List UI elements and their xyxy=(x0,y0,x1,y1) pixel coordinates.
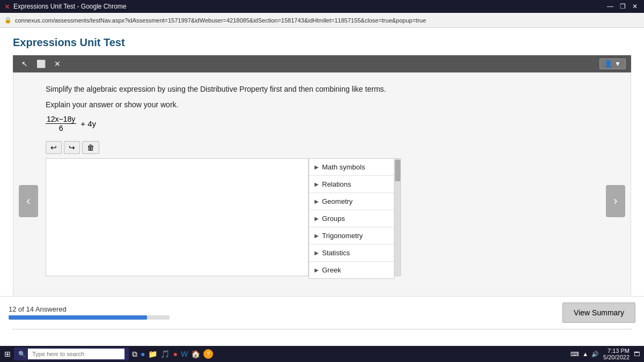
minimize-btn[interactable]: — xyxy=(605,3,616,10)
user-dropdown-icon: ▼ xyxy=(614,60,621,68)
symbol-panel-math[interactable]: ▶ Math symbols xyxy=(309,159,394,176)
answered-text: 12 of 14 Answered xyxy=(9,305,170,313)
statistics-arrow: ▶ xyxy=(314,250,319,256)
trig-arrow: ▶ xyxy=(314,233,319,239)
network-icon[interactable]: ▲ xyxy=(582,351,588,357)
answer-input[interactable] xyxy=(46,158,309,276)
taskbar-left: ⊞ 🔍 ⧉ ● 📁 🎵 ● W 🏠 ? xyxy=(4,348,213,360)
notification-icon[interactable]: 🗔 xyxy=(634,351,640,357)
symbol-panel-groups[interactable]: ▶ Groups xyxy=(309,210,394,227)
symbol-panel-relations[interactable]: ▶ Relations xyxy=(309,176,394,193)
title-bar-controls[interactable]: — ❐ ✕ xyxy=(605,3,640,10)
main-container: Expressions Unit Test ↖ ⬜ ✕ 👤 ▼ ‹ › Simp… xyxy=(0,28,644,344)
page-content: Expressions Unit Test ↖ ⬜ ✕ 👤 ▼ ‹ › Simp… xyxy=(0,28,644,330)
scrollbar-thumb[interactable] xyxy=(395,160,400,181)
footer-left: 12 of 14 Answered xyxy=(9,305,170,320)
symbol-panel-statistics[interactable]: ▶ Statistics xyxy=(309,245,394,262)
denominator: 6 xyxy=(58,124,64,132)
statistics-label: Statistics xyxy=(322,249,350,257)
question-wrapper: ‹ › Simplify the algebraic expression by… xyxy=(13,72,631,330)
maximize-btn[interactable]: ❐ xyxy=(618,3,628,10)
chrome-taskbar-icon[interactable]: ● xyxy=(141,350,145,358)
relations-label: Relations xyxy=(322,180,351,188)
search-input[interactable] xyxy=(28,349,125,359)
keyboard-icon[interactable]: ⌨ xyxy=(570,351,579,358)
relations-arrow: ▶ xyxy=(314,181,319,187)
title-bar: ✕ Expressions Unit Test - Google Chrome … xyxy=(0,0,644,13)
footer: 12 of 14 Answered View Summary xyxy=(0,296,644,328)
app3-icon[interactable]: ● xyxy=(173,350,177,358)
url-text[interactable]: connexus.com/assessments/testNav.aspx?id… xyxy=(15,17,426,24)
fraction: 12x−18y 6 xyxy=(46,115,76,132)
time-display: 7:13 PM xyxy=(603,348,630,354)
taskbar-right: ⌨ ▲ 🔊 7:13 PM 5/20/2022 🗔 xyxy=(570,348,640,360)
delete-btn[interactable]: 🗑 xyxy=(82,141,99,154)
question-line2: Explain your answer or show your work. xyxy=(46,99,598,110)
taskview-icon[interactable]: ⧉ xyxy=(132,350,137,359)
symbol-panel-geometry[interactable]: ▶ Geometry xyxy=(309,193,394,210)
chrome-x-icon: ✕ xyxy=(4,3,10,11)
date-display: 5/20/2022 xyxy=(603,354,630,360)
progress-bar xyxy=(9,315,147,320)
help-icon[interactable]: ? xyxy=(203,349,213,359)
user-icon: 👤 xyxy=(604,60,612,68)
symbol-panel: ▶ Math symbols ▶ Relations ▶ Geometry ▶ … xyxy=(309,158,394,279)
progress-bar-container xyxy=(9,315,170,320)
media-icon[interactable]: 🎵 xyxy=(160,350,170,358)
symbol-panel-trig[interactable]: ▶ Trigonometry xyxy=(309,227,394,245)
start-icon[interactable]: ⊞ xyxy=(4,350,11,358)
redo-btn[interactable]: ↪ xyxy=(64,141,80,154)
system-icons: ⌨ ▲ 🔊 xyxy=(570,351,599,358)
volume-icon[interactable]: 🔊 xyxy=(591,351,599,358)
title-bar-left: ✕ Expressions Unit Test - Google Chrome xyxy=(4,3,127,11)
scrollbar-track[interactable] xyxy=(394,158,401,276)
time-block: 7:13 PM 5/20/2022 xyxy=(603,348,630,360)
page-title: Expressions Unit Test xyxy=(13,36,631,49)
word-icon[interactable]: W xyxy=(181,350,188,358)
groups-label: Groups xyxy=(322,215,345,223)
greek-label: Greek xyxy=(322,266,341,274)
cursor-btn[interactable]: ↖ xyxy=(18,58,31,69)
address-bar: 🔒 connexus.com/assessments/testNav.aspx?… xyxy=(0,13,644,28)
search-icon: 🔍 xyxy=(18,351,26,358)
nav-arrow-right[interactable]: › xyxy=(606,185,625,217)
question-line1: Simplify the algebraic expression by usi… xyxy=(46,84,598,95)
edit-toolbar: ↩ ↪ 🗑 xyxy=(46,141,598,154)
math-symbols-arrow: ▶ xyxy=(314,164,319,170)
search-area[interactable]: 🔍 xyxy=(14,348,129,360)
undo-btn[interactable]: ↩ xyxy=(46,141,62,154)
lock-icon: 🔒 xyxy=(4,17,12,24)
close-btn[interactable]: ✕ xyxy=(630,3,640,10)
geometry-arrow: ▶ xyxy=(314,198,319,204)
view-summary-btn[interactable]: View Summary xyxy=(562,302,635,323)
answer-container: ▶ Math symbols ▶ Relations ▶ Geometry ▶ … xyxy=(46,158,598,279)
groups-arrow: ▶ xyxy=(314,216,319,221)
symbol-panel-greek[interactable]: ▶ Greek xyxy=(309,262,394,278)
geometry-label: Geometry xyxy=(322,197,353,205)
greek-arrow: ▶ xyxy=(314,267,319,273)
numerator: 12x−18y xyxy=(46,115,76,124)
user-btn[interactable]: 👤 ▼ xyxy=(599,58,626,69)
trig-label: Trigonometry xyxy=(322,232,363,240)
math-symbols-label: Math symbols xyxy=(322,163,365,171)
explorer-icon[interactable]: 📁 xyxy=(148,350,157,358)
window-title: Expressions Unit Test - Google Chrome xyxy=(13,3,127,10)
copy-btn[interactable]: ⬜ xyxy=(33,58,49,69)
toolbar: ↖ ⬜ ✕ 👤 ▼ xyxy=(13,55,631,72)
nav-arrow-left[interactable]: ‹ xyxy=(19,185,38,217)
toolbar-left: ↖ ⬜ ✕ xyxy=(18,58,64,69)
close-toolbar-btn[interactable]: ✕ xyxy=(51,58,64,69)
toolbar-right: 👤 ▼ xyxy=(599,58,626,69)
expression: 12x−18y 6 + 4y xyxy=(46,115,598,132)
windows-icon[interactable]: 🏠 xyxy=(191,350,200,358)
taskbar: ⊞ 🔍 ⧉ ● 📁 🎵 ● W 🏠 ? ⌨ ▲ 🔊 7:13 PM 5/20/2… xyxy=(0,346,644,362)
plus-term: + 4y xyxy=(80,119,96,128)
